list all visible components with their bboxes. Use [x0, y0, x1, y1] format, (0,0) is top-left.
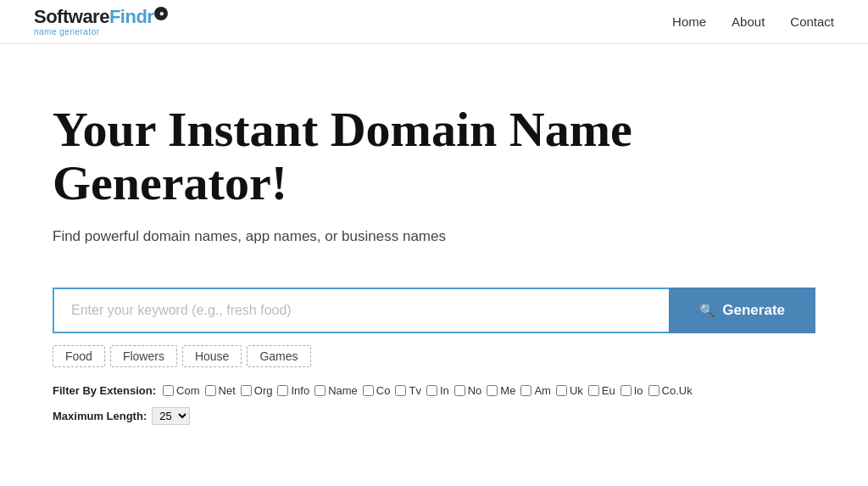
logo-subtext: name generator: [34, 28, 168, 36]
filter-com[interactable]: Com: [163, 384, 199, 397]
checkbox-net[interactable]: [205, 385, 216, 396]
filter-am[interactable]: Am: [520, 384, 551, 397]
filter-tv[interactable]: Tv: [395, 384, 420, 397]
filter-co[interactable]: Co: [363, 384, 391, 397]
hero-subtitle: Find powerful domain names, app names, o…: [53, 228, 815, 245]
logo-findr: Findr: [109, 6, 154, 27]
filter-me[interactable]: Me: [487, 384, 515, 397]
filter-label: Filter By Extension:: [53, 384, 156, 397]
keyword-chips: Food Flowers House Games: [53, 345, 815, 367]
generate-button[interactable]: 🔍 Generate: [669, 288, 815, 333]
filter-eu[interactable]: Eu: [588, 384, 615, 397]
maxlength-row: Maximum Length: 10 15 20 25 30 35 40 50: [53, 407, 815, 425]
chip-flowers[interactable]: Flowers: [110, 345, 177, 367]
checkbox-uk[interactable]: [556, 385, 567, 396]
filter-name[interactable]: Name: [314, 384, 358, 397]
checkbox-io[interactable]: [620, 385, 632, 396]
logo-bubble: ●: [154, 7, 168, 20]
checkbox-org[interactable]: [241, 385, 252, 396]
search-area: 🔍 Generate: [53, 288, 815, 333]
hero-title: Your Instant Domain Name Generator!: [53, 103, 815, 209]
generate-label: Generate: [722, 302, 785, 319]
filter-couk[interactable]: Co.Uk: [648, 384, 693, 397]
checkbox-couk[interactable]: [648, 385, 659, 396]
filter-org[interactable]: Org: [241, 384, 273, 397]
maxlength-label: Maximum Length:: [53, 410, 147, 422]
chip-games[interactable]: Games: [247, 345, 310, 367]
checkbox-in[interactable]: [426, 385, 437, 396]
filter-uk[interactable]: Uk: [556, 384, 583, 397]
checkbox-no[interactable]: [454, 385, 465, 396]
search-input[interactable]: [53, 288, 669, 333]
checkbox-am[interactable]: [520, 385, 531, 396]
checkbox-co[interactable]: [363, 385, 374, 396]
site-header: SoftwareFindr● name generator Home About…: [0, 0, 868, 44]
search-icon: 🔍: [699, 303, 715, 318]
checkbox-com[interactable]: [163, 385, 174, 396]
logo-text: SoftwareFindr●: [34, 7, 168, 26]
chip-food[interactable]: Food: [53, 345, 105, 367]
nav-contact[interactable]: Contact: [790, 14, 834, 29]
checkbox-me[interactable]: [487, 385, 498, 396]
nav-about[interactable]: About: [732, 14, 765, 29]
chip-house[interactable]: House: [182, 345, 242, 367]
main-nav: Home About Contact: [672, 14, 834, 29]
nav-home[interactable]: Home: [672, 14, 706, 29]
checkbox-name[interactable]: [314, 385, 326, 396]
filter-extension-row: Filter By Extension: Com Net Org Info Na…: [53, 384, 815, 397]
filter-in[interactable]: In: [426, 384, 449, 397]
filter-info[interactable]: Info: [277, 384, 309, 397]
checkbox-tv[interactable]: [395, 385, 406, 396]
filter-no[interactable]: No: [454, 384, 482, 397]
logo: SoftwareFindr● name generator: [34, 7, 168, 36]
checkbox-eu[interactable]: [588, 385, 599, 396]
logo-software: Software: [34, 6, 109, 27]
filter-io[interactable]: Io: [620, 384, 643, 397]
main-content: Your Instant Domain Name Generator! Find…: [19, 44, 849, 459]
maxlength-select[interactable]: 10 15 20 25 30 35 40 50: [152, 407, 190, 425]
checkbox-info[interactable]: [277, 385, 288, 396]
filter-net[interactable]: Net: [205, 384, 236, 397]
